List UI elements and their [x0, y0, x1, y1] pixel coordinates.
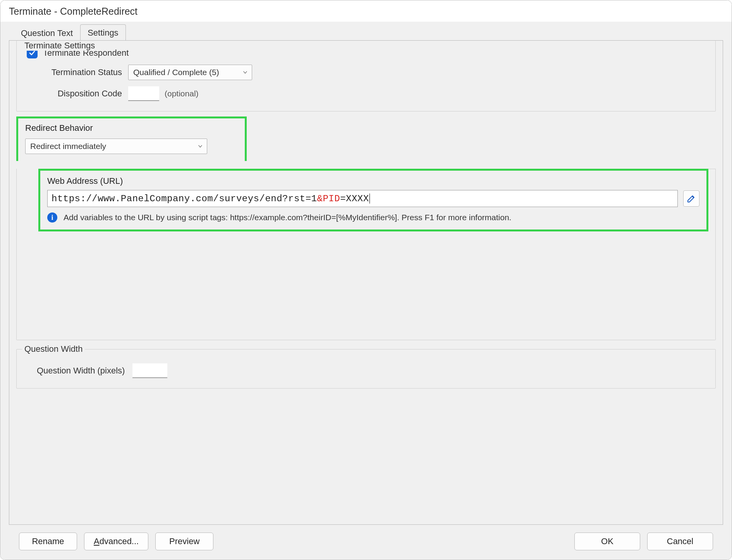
highlight-redirect-behavior: Redirect Behavior Redirect immediately [16, 116, 247, 161]
tab-strip: Question Text Settings [9, 24, 723, 40]
advanced-rest: dvanced... [100, 536, 139, 546]
group-redirect-behavior: Web Address (URL) https://www.PanelCompa… [16, 169, 716, 340]
select-redirect-mode[interactable]: Redirect immediately [25, 139, 207, 154]
dialog-window: Terminate - CompleteRedirect Question Te… [0, 0, 732, 560]
content-area: Question Text Settings Terminate Setting… [0, 22, 732, 560]
rename-button[interactable]: Rename [19, 533, 77, 550]
highlight-url-section: Web Address (URL) https://www.PanelCompa… [38, 169, 708, 231]
edit-url-button[interactable] [683, 190, 699, 207]
cancel-button[interactable]: Cancel [647, 533, 713, 550]
advanced-button[interactable]: Advanced... [84, 533, 148, 550]
select-redirect-mode-value: Redirect immediately [30, 142, 106, 151]
row-termination-status: Termination Status Qualified / Complete … [41, 65, 707, 80]
tab-settings[interactable]: Settings [80, 24, 126, 41]
url-part-highlight: &PID [317, 194, 340, 204]
tab-question-text[interactable]: Question Text [14, 25, 80, 41]
text-cursor [369, 194, 370, 204]
chevron-down-icon [198, 142, 203, 151]
advanced-mnemonic: A [94, 536, 100, 546]
settings-panel: Terminate Settings Terminate Respondent … [9, 40, 723, 525]
input-web-address[interactable]: https://www.PanelCompany.com/surveys/end… [47, 190, 678, 207]
group-legend-question-width: Question Width [22, 344, 85, 354]
info-icon: i [47, 212, 57, 223]
label-redirect-behavior: Redirect Behavior [25, 123, 238, 133]
group-question-width: Question Width Question Width (pixels) [16, 349, 716, 389]
select-termination-status-value: Qualified / Complete (5) [133, 68, 219, 77]
pencil-icon [687, 194, 696, 203]
dialog-button-bar: Rename Advanced... Preview OK Cancel [9, 525, 723, 560]
ok-button[interactable]: OK [574, 533, 640, 550]
label-termination-status: Termination Status [41, 67, 122, 77]
row-question-width: Question Width (pixels) [37, 363, 707, 378]
select-termination-status[interactable]: Qualified / Complete (5) [128, 65, 252, 80]
row-terminate-respondent: Terminate Respondent [27, 48, 707, 58]
input-question-width[interactable] [132, 363, 167, 378]
url-part-1: https://www.PanelCompany.com/surveys/end… [52, 194, 317, 204]
window-title: Terminate - CompleteRedirect [0, 0, 732, 22]
url-part-3: =XXXX [340, 194, 369, 204]
row-disposition-code: Disposition Code (optional) [41, 86, 707, 101]
chevron-down-icon [242, 68, 248, 77]
text-url-hint: Add variables to the URL by using script… [64, 213, 511, 222]
group-legend-terminate: Terminate Settings [22, 41, 97, 51]
preview-button[interactable]: Preview [155, 533, 213, 550]
label-disposition-code: Disposition Code [41, 89, 122, 99]
row-url-hint: i Add variables to the URL by using scri… [47, 212, 699, 223]
group-terminate-settings: Terminate Settings Terminate Respondent … [16, 41, 716, 111]
label-optional: (optional) [165, 89, 199, 98]
input-disposition-code[interactable] [128, 86, 159, 101]
label-question-width: Question Width (pixels) [37, 366, 125, 376]
label-web-address: Web Address (URL) [47, 176, 699, 186]
